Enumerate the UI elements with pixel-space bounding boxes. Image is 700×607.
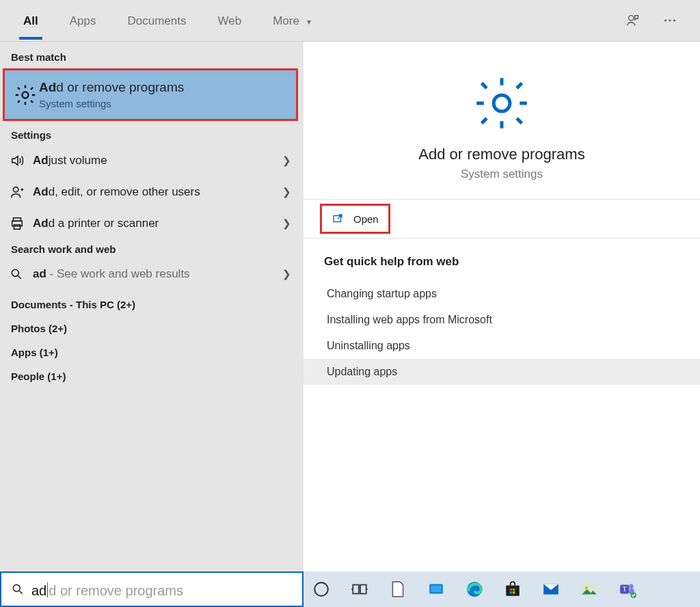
svg-rect-17 [431, 586, 441, 593]
result-label: Add, edit, or remove other users [33, 185, 282, 199]
result-label: Adjust volume [33, 154, 282, 167]
svg-rect-22 [510, 591, 512, 593]
chevron-down-icon: ▾ [307, 17, 311, 27]
microsoft-store-icon[interactable] [503, 580, 522, 599]
result-add-printer[interactable]: Add a printer or scanner ❯ [0, 208, 304, 239]
results-list: Best match Add or remove programs System… [0, 42, 304, 571]
section-search-web: Search work and web [0, 239, 304, 259]
chevron-right-icon: ❯ [282, 154, 291, 167]
gear-icon [12, 83, 39, 107]
extra-documents[interactable]: Documents - This PC (2+) [0, 289, 304, 313]
svg-rect-21 [513, 589, 515, 591]
your-phone-icon[interactable] [427, 580, 446, 599]
section-best-match: Best match [0, 47, 304, 67]
svg-rect-20 [510, 589, 512, 591]
detail-header: Add or remove programs System settings [304, 42, 700, 200]
search-icon [11, 582, 25, 596]
volume-icon [10, 153, 33, 168]
tab-all[interactable]: All [19, 2, 42, 39]
start-search-window: All Apps Documents Web More ▾ Be [0, 0, 700, 607]
open-label: Open [353, 213, 379, 225]
section-settings: Settings [0, 125, 304, 145]
chevron-right-icon: ❯ [282, 217, 291, 230]
topbar-actions [625, 12, 678, 29]
svg-point-29 [629, 584, 634, 589]
best-match-text: Add or remove programs System settings [39, 80, 184, 109]
svg-point-9 [12, 269, 18, 276]
svg-point-26 [585, 586, 588, 589]
quick-help-section: Get quick help from web Changing startup… [304, 239, 700, 401]
svg-point-0 [629, 16, 634, 21]
feedback-icon[interactable] [625, 12, 641, 29]
result-adjust-volume[interactable]: Adjust volume ❯ [0, 145, 304, 176]
taskbar: T [304, 571, 700, 607]
svg-text:T: T [623, 585, 627, 593]
svg-point-12 [13, 584, 20, 591]
mail-icon[interactable] [541, 580, 561, 599]
scope-tabs: All Apps Documents Web More ▾ [19, 2, 625, 39]
svg-point-1 [664, 20, 667, 22]
edge-icon[interactable] [465, 580, 484, 599]
result-detail-pane: Add or remove programs System settings O… [304, 42, 700, 571]
printer-icon [10, 216, 33, 231]
detail-subtitle: System settings [461, 167, 543, 181]
search-input[interactable]: add or remove programs [0, 571, 304, 607]
photos-icon[interactable] [580, 580, 599, 599]
best-match-title: Add or remove programs [39, 80, 184, 95]
extra-apps[interactable]: Apps (1+) [0, 337, 304, 361]
more-options-icon[interactable] [662, 12, 678, 29]
result-label: ad - See work and web results [33, 267, 282, 281]
tab-web[interactable]: Web [213, 2, 245, 39]
svg-rect-14 [353, 585, 359, 594]
tab-documents[interactable]: Documents [123, 2, 190, 39]
tab-apps[interactable]: Apps [66, 2, 100, 39]
gear-icon [473, 75, 530, 132]
svg-rect-15 [360, 585, 366, 594]
detail-title: Add or remove programs [418, 146, 584, 163]
svg-rect-23 [513, 591, 515, 593]
svg-point-13 [314, 582, 328, 596]
extra-photos[interactable]: Photos (2+) [0, 313, 304, 337]
result-label: Add a printer or scanner [33, 217, 282, 230]
svg-point-5 [14, 187, 18, 192]
svg-point-10 [494, 95, 510, 111]
cortana-icon[interactable] [312, 580, 331, 599]
result-add-users[interactable]: Add, edit, or remove other users ❯ [0, 176, 304, 208]
search-text: add or remove programs [31, 580, 183, 599]
svg-point-3 [673, 20, 675, 22]
svg-point-2 [669, 20, 671, 22]
search-typed: ad [31, 583, 46, 599]
chevron-right-icon: ❯ [282, 186, 291, 198]
open-external-icon [332, 213, 344, 225]
help-item[interactable]: Installing web apps from Microsoft [324, 307, 679, 333]
quick-help-title: Get quick help from web [324, 255, 679, 269]
open-button[interactable]: Open [320, 204, 390, 234]
search-icon [10, 267, 33, 281]
help-item[interactable]: Uninstalling apps [324, 333, 679, 359]
extra-people[interactable]: People (1+) [0, 361, 304, 385]
tab-more-label: More [273, 14, 299, 27]
teams-icon[interactable]: T [618, 580, 637, 599]
search-content: Best match Add or remove programs System… [0, 42, 700, 571]
open-row: Open [304, 200, 700, 239]
result-web-search[interactable]: ad - See work and web results ❯ [0, 259, 304, 289]
svg-rect-8 [14, 225, 20, 229]
task-view-icon[interactable] [350, 580, 369, 599]
footer: add or remove programs [0, 571, 700, 607]
search-topbar: All Apps Documents Web More ▾ [0, 0, 700, 42]
tab-more[interactable]: More ▾ [269, 2, 314, 39]
best-match-subtitle: System settings [39, 98, 184, 109]
help-item[interactable]: Changing startup apps [324, 281, 679, 307]
help-item[interactable]: Updating apps [304, 359, 700, 385]
result-best-match[interactable]: Add or remove programs System settings [3, 68, 298, 121]
user-plus-icon [10, 185, 33, 200]
libreoffice-icon[interactable] [388, 580, 407, 599]
chevron-right-icon: ❯ [282, 268, 291, 280]
svg-point-4 [22, 92, 28, 98]
search-ghost: d or remove programs [49, 583, 183, 599]
text-caret [47, 582, 48, 597]
